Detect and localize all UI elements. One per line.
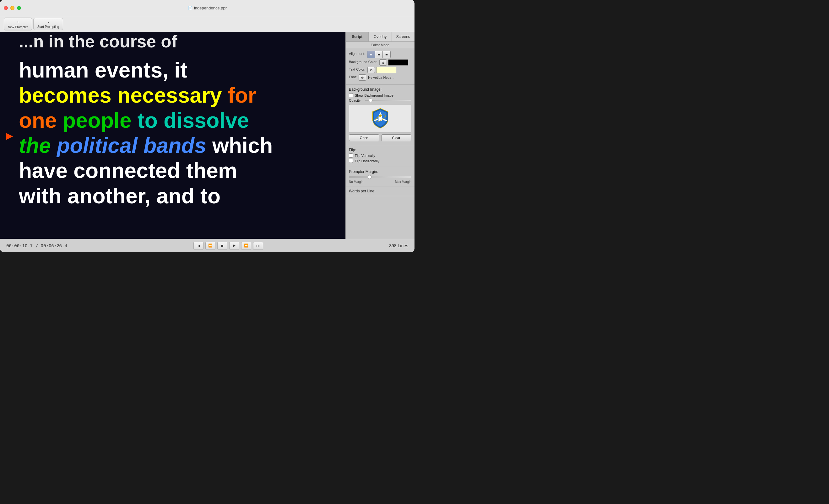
opacity-slider-thumb [369, 99, 372, 102]
badge-icon [369, 107, 391, 129]
skip-to-end-button[interactable]: ⏭ [253, 242, 263, 250]
title-bar: 📄 independence.ppr [0, 0, 414, 16]
start-prompting-button[interactable]: › Start Prompting [33, 18, 63, 30]
right-panel: Script Overlay Screens Editor Mode Align… [346, 32, 414, 239]
flip-horizontally-checkbox[interactable] [349, 159, 353, 163]
margin-slider-container [349, 177, 411, 178]
flip-vertically-label: Flip Vertically [355, 154, 375, 158]
time-separator: / [35, 243, 41, 248]
font-reset-button[interactable]: ⊘ [359, 74, 366, 81]
file-icon: 📄 [188, 6, 192, 10]
flip-vertically-row: Flip Vertically [349, 153, 411, 158]
bg-color-reset-button[interactable]: ⊘ [379, 59, 387, 66]
status-time: 00:00:10.7 / 00:06:26.4 [6, 243, 67, 248]
prompter-margin-section: Prompter Margin: No Margin Max Margin [346, 167, 414, 186]
status-lines: 398 Lines [389, 243, 408, 248]
show-bg-image-row: Show Background Image [349, 93, 411, 97]
window-title: 📄 independence.ppr [188, 6, 227, 10]
alignment-label: Alignment: [349, 52, 365, 55]
font-row: Font: ⊘ Helvetica Neue... [349, 74, 411, 81]
show-bg-image-label: Show Background Image [355, 93, 393, 97]
bg-image-section: Background Image: Show Background Image … [346, 85, 414, 145]
main-window: 📄 independence.ppr ＋ New Prompter › Star… [0, 0, 414, 252]
plus-icon: ＋ [16, 19, 20, 25]
playback-controls: ⏮ ⏪ ⏹ ▶ ⏩ ⏭ [193, 242, 263, 250]
text-orange-one: one [19, 108, 63, 132]
alignment-row: Alignment: ≡ ≡ ≡ [349, 51, 411, 58]
max-margin-label: Max Margin [395, 180, 411, 184]
text-line-1: human events, it [19, 57, 333, 82]
fullscreen-button[interactable] [17, 6, 21, 10]
play-button[interactable]: ▶ [229, 242, 239, 250]
text-color-swatch[interactable] [376, 67, 396, 73]
editor-mode-bar: Editor Mode [346, 42, 414, 48]
flip-label: Flip: [349, 148, 411, 152]
flip-horizontally-row: Flip Horizontally [349, 159, 411, 163]
tab-script[interactable]: Script [346, 32, 369, 41]
arrow-right-icon: › [47, 20, 49, 25]
bg-image-label: Background Image: [349, 87, 411, 92]
rewind-button[interactable]: ⏪ [205, 242, 215, 250]
stop-button[interactable]: ⏹ [217, 242, 227, 250]
fast-forward-button[interactable]: ⏩ [241, 242, 251, 250]
text-color-swatch-container: ⊘ [367, 67, 396, 73]
opacity-row: Opacity [349, 99, 411, 102]
minimize-button[interactable] [10, 6, 14, 10]
prompter-text: human events, it becomes necessary for o… [0, 51, 346, 215]
status-bar: 00:00:10.7 / 00:06:26.4 ⏮ ⏪ ⏹ ▶ ⏩ ⏭ 398 … [0, 239, 414, 252]
text-line-6: with another, and to [19, 183, 333, 208]
opacity-slider-track [365, 100, 411, 101]
align-right-button[interactable]: ≡ [383, 51, 390, 58]
align-center-button[interactable]: ≡ [375, 51, 383, 58]
main-content: ▶ ...n in the course of human events, it… [0, 32, 414, 239]
play-indicator: ▶ [6, 130, 13, 141]
bg-color-swatch-container: ⊘ [379, 59, 408, 66]
text-orange-for: for [222, 83, 256, 107]
text-line-5: have connected them [19, 158, 333, 183]
margin-slider-thumb [368, 175, 371, 179]
text-green-italic-the: the [19, 133, 57, 157]
alignment-group: ≡ ≡ ≡ [367, 51, 391, 58]
bg-color-label: Background Color: [349, 60, 377, 64]
current-time: 00:00:10.7 [6, 243, 33, 248]
clear-image-button[interactable]: Clear [381, 134, 412, 141]
flip-vertically-checkbox[interactable] [349, 153, 353, 158]
prompter-area: ▶ ...n in the course of human events, it… [0, 32, 346, 239]
image-preview [349, 104, 411, 132]
alignment-section: Alignment: ≡ ≡ ≡ Background Color: ⊘ [346, 48, 414, 85]
tab-overlay[interactable]: Overlay [369, 32, 392, 41]
no-margin-label: No Margin [349, 180, 363, 184]
prompter-margin-label: Prompter Margin: [349, 169, 411, 174]
image-preview-inner [356, 107, 405, 129]
bg-color-swatch[interactable] [388, 59, 408, 66]
skip-to-start-button[interactable]: ⏮ [193, 242, 204, 250]
partial-top-text: ...n in the course of [0, 32, 346, 51]
text-yellow-becomes: becomes necessary [19, 83, 222, 107]
open-image-button[interactable]: Open [349, 134, 379, 141]
toolbar: ＋ New Prompter › Start Prompting [0, 16, 414, 32]
text-color-reset-button[interactable]: ⊘ [367, 67, 375, 73]
font-label: Font: [349, 75, 357, 79]
text-color-row: Text Color: ⊘ [349, 67, 411, 73]
words-per-line-section: Words per Line: [346, 186, 414, 196]
align-left-button[interactable]: ≡ [367, 51, 375, 58]
show-bg-image-checkbox[interactable] [349, 93, 353, 97]
text-line-2: becomes necessary for [19, 82, 333, 108]
text-color-label: Text Color: [349, 68, 365, 71]
image-buttons: Open Clear [349, 134, 411, 141]
new-prompter-button[interactable]: ＋ New Prompter [4, 17, 32, 31]
font-name[interactable]: Helvetica Neue... [368, 76, 411, 79]
traffic-lights [4, 6, 21, 10]
text-green-people: people [63, 108, 132, 132]
tab-screens[interactable]: Screens [392, 32, 414, 41]
tab-bar: Script Overlay Screens [346, 32, 414, 42]
text-line-3: one people to dissolve [19, 108, 333, 133]
margin-labels: No Margin Max Margin [349, 180, 411, 184]
total-time: 00:06:26.4 [41, 243, 67, 248]
text-line-4: the political bands which [19, 133, 333, 158]
text-blue-italic-bands: political bands [57, 133, 206, 157]
flip-section: Flip: Flip Vertically Flip Horizontally [346, 145, 414, 167]
text-white-which: which [206, 133, 273, 157]
close-button[interactable] [4, 6, 8, 10]
opacity-label: Opacity [349, 99, 363, 102]
